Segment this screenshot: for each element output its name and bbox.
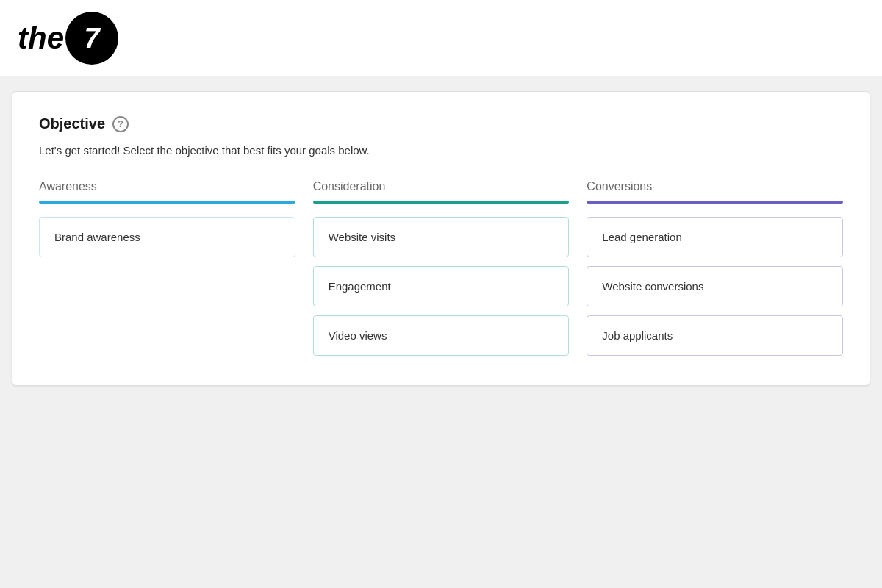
column-header-awareness: Awareness: [39, 180, 295, 193]
objective-header: Objective ?: [39, 115, 843, 132]
option-brand-awareness[interactable]: Brand awareness: [39, 217, 295, 257]
column-header-consideration: Consideration: [313, 180, 570, 193]
objective-description: Let's get started! Select the objective …: [39, 144, 843, 157]
option-lead-generation[interactable]: Lead generation: [587, 217, 843, 257]
logo-circle: 7: [65, 12, 118, 65]
column-bar-consideration: [313, 201, 570, 204]
objective-card: Objective ? Let's get started! Select th…: [12, 91, 870, 386]
option-job-applicants[interactable]: Job applicants: [587, 315, 843, 356]
column-bar-conversions: [587, 201, 843, 204]
column-conversions: Conversions Lead generation Website conv…: [587, 180, 843, 356]
option-video-views[interactable]: Video views: [313, 315, 570, 356]
logo-number: 7: [84, 23, 99, 54]
column-header-conversions: Conversions: [587, 180, 843, 193]
option-engagement[interactable]: Engagement: [313, 266, 570, 306]
objective-title: Objective: [39, 115, 105, 132]
logo: the 7: [18, 12, 118, 65]
column-bar-awareness: [39, 201, 295, 204]
column-consideration: Consideration Website visits Engagement …: [313, 180, 570, 356]
header: the 7: [0, 0, 882, 76]
main-content: Objective ? Let's get started! Select th…: [0, 76, 882, 401]
help-icon[interactable]: ?: [112, 116, 129, 132]
column-awareness: Awareness Brand awareness: [39, 180, 295, 356]
columns-grid: Awareness Brand awareness Consideration …: [39, 180, 843, 356]
option-website-conversions[interactable]: Website conversions: [587, 266, 843, 306]
option-website-visits[interactable]: Website visits: [313, 217, 570, 257]
logo-text: the: [18, 23, 64, 54]
